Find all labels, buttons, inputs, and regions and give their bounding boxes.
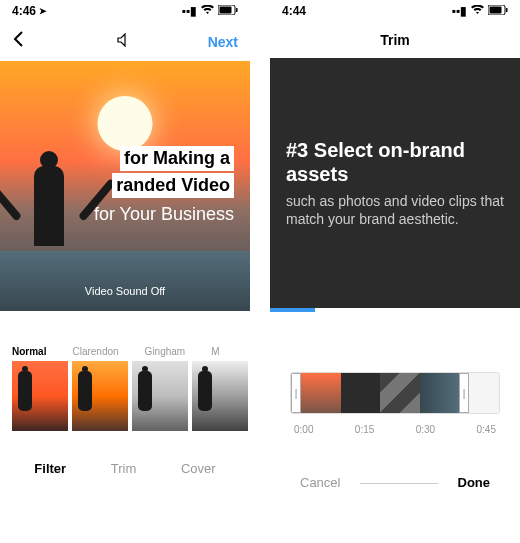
svg-rect-5 — [506, 8, 508, 12]
trim-frame — [420, 373, 460, 413]
tab-trim[interactable]: Trim — [111, 461, 137, 476]
divider — [360, 475, 437, 484]
phone-right: 4:44 ▪▪▮ Trim #3 Select on-brand assets … — [270, 0, 520, 543]
progress-bar — [270, 308, 520, 312]
next-button[interactable]: Next — [208, 34, 238, 50]
svg-rect-2 — [236, 8, 238, 12]
trim-frame-outer — [469, 373, 499, 413]
tab-filter[interactable]: Filter — [34, 461, 66, 476]
filter-label-gingham: Gingham — [145, 346, 186, 357]
cancel-button[interactable]: Cancel — [300, 475, 340, 490]
person-silhouette — [20, 151, 80, 271]
status-bar: 4:46 ➤ ▪▪▮ — [0, 0, 250, 22]
done-button[interactable]: Done — [458, 475, 491, 490]
wifi-icon — [201, 4, 214, 18]
progress-fill — [270, 308, 315, 312]
trim-frame — [341, 373, 381, 413]
filter-label-moon: M — [211, 346, 219, 357]
sound-off-toast: Video Sound Off — [85, 285, 165, 297]
filter-label-normal: Normal — [12, 346, 46, 357]
overlay-line-3: for Your Business — [94, 204, 234, 225]
status-icons: ▪▪▮ — [451, 4, 508, 18]
trim-frame — [301, 373, 341, 413]
nav-bar: Trim — [270, 22, 520, 58]
trim-frame — [380, 373, 420, 413]
status-bar: 4:44 ▪▪▮ — [270, 0, 520, 22]
svg-rect-4 — [490, 7, 502, 14]
filter-thumbnails[interactable] — [0, 361, 250, 431]
status-time: 4:46 ➤ — [12, 4, 47, 18]
filter-labels: Normal Clarendon Gingham M — [0, 346, 250, 361]
svg-rect-1 — [220, 7, 232, 14]
video-preview[interactable]: #3 Select on-brand assets such as photos… — [270, 58, 520, 308]
sound-toggle[interactable] — [117, 33, 133, 50]
video-preview[interactable]: for Making a randed Video for Your Busin… — [0, 61, 250, 311]
signal-icon: ▪▪▮ — [181, 4, 197, 18]
signal-icon: ▪▪▮ — [451, 4, 467, 18]
wifi-icon — [471, 4, 484, 18]
slide-body: such as photos and video clips that matc… — [286, 192, 504, 228]
location-icon: ➤ — [39, 6, 47, 16]
filter-thumb-normal[interactable] — [12, 361, 68, 431]
filter-label-clarendon: Clarendon — [72, 346, 118, 357]
battery-icon — [218, 4, 238, 18]
time-0: 0:00 — [294, 424, 313, 435]
tab-cover[interactable]: Cover — [181, 461, 216, 476]
back-button[interactable] — [12, 30, 24, 53]
time-3: 0:45 — [477, 424, 496, 435]
page-title: Trim — [380, 32, 410, 48]
filter-section: Normal Clarendon Gingham M — [0, 346, 250, 431]
trim-strip[interactable]: | | — [270, 372, 520, 414]
overlay-line-1: for Making a — [120, 146, 234, 171]
phone-left: 4:46 ➤ ▪▪▮ Next for Making a ra — [0, 0, 250, 543]
time-1: 0:15 — [355, 424, 374, 435]
filter-thumb-gingham[interactable] — [132, 361, 188, 431]
time-2: 0:30 — [416, 424, 435, 435]
filter-thumb-moon[interactable] — [192, 361, 248, 431]
nav-bar: Next — [0, 22, 250, 61]
slide-heading: #3 Select on-brand assets — [286, 138, 504, 186]
sunset-sun — [98, 96, 153, 151]
video-text-overlay: for Making a randed Video for Your Busin… — [94, 146, 234, 225]
status-icons: ▪▪▮ — [181, 4, 238, 18]
overlay-line-2: randed Video — [112, 173, 234, 198]
filter-thumb-clarendon[interactable] — [72, 361, 128, 431]
trim-handle-left[interactable]: | — [291, 373, 301, 413]
status-time: 4:44 — [282, 4, 306, 18]
bottom-actions: Cancel Done — [270, 435, 520, 510]
bottom-tabs: Filter Trim Cover — [0, 431, 250, 496]
trim-handle-right[interactable]: | — [459, 373, 469, 413]
battery-icon — [488, 4, 508, 18]
time-labels: 0:00 0:15 0:30 0:45 — [270, 414, 520, 435]
